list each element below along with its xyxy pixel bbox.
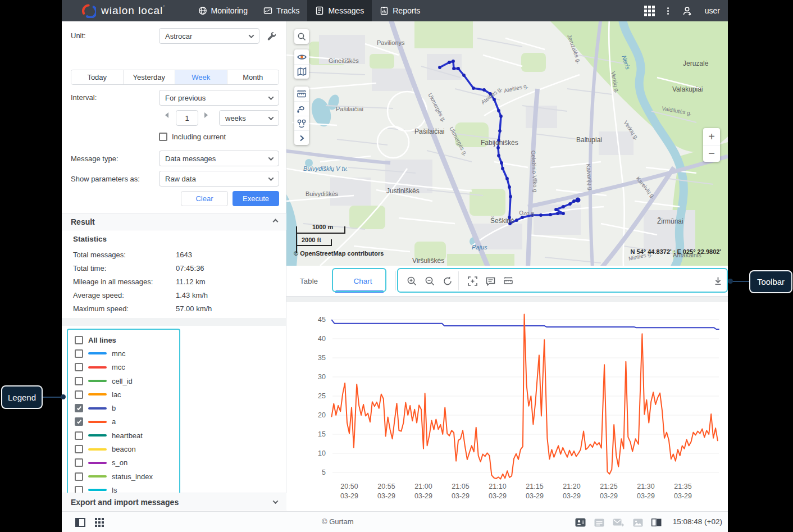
gallery-button[interactable] — [632, 516, 644, 529]
tab-yesterday[interactable]: Yesterday — [124, 70, 176, 84]
kebab-menu-icon[interactable] — [667, 6, 669, 16]
map-pane[interactable]: PavilionysGineitiškėsJeruzalėJeruzalės g… — [286, 21, 728, 266]
legend-item-label: s_on — [112, 458, 127, 467]
including-current-checkbox[interactable] — [159, 133, 167, 141]
clear-button[interactable]: Clear — [181, 191, 228, 206]
stat-row: Average speed:1.43 km/h — [73, 291, 275, 299]
track-point — [508, 185, 511, 189]
legend-item-label: cell_id — [112, 377, 133, 385]
message-type-select[interactable]: Data messages — [159, 151, 279, 166]
tab-today[interactable]: Today — [71, 70, 124, 84]
ruler-icon — [296, 88, 307, 99]
interval-mode-select[interactable]: For previous — [159, 90, 279, 106]
search-icon — [297, 32, 307, 42]
legend-checkbox[interactable] — [75, 336, 83, 344]
show-params-value: Raw data — [165, 175, 196, 183]
legend-checkbox[interactable] — [75, 377, 83, 385]
legend-checkbox[interactable] — [75, 445, 83, 453]
result-label: Result — [71, 217, 95, 226]
toolbar-annotation: Toolbar — [749, 270, 792, 293]
map-place-label: Fabijoniškės — [481, 139, 518, 147]
toolbar-annotation-line — [730, 281, 749, 282]
tab-month[interactable]: Month — [227, 70, 279, 84]
apps-footer-button[interactable] — [93, 516, 106, 529]
result-section-header[interactable]: Result — [62, 213, 286, 230]
decrement-arrow[interactable] — [165, 112, 168, 118]
nav-messages[interactable]: Messages — [307, 0, 372, 21]
legend-checkbox[interactable] — [75, 404, 83, 412]
zoom-out-button[interactable]: − — [703, 145, 720, 162]
apps-grid-icon[interactable] — [644, 6, 655, 16]
chart-zoom-in-button[interactable] — [404, 274, 419, 288]
map-route-button[interactable] — [294, 101, 309, 116]
execute-button[interactable]: Execute — [233, 191, 279, 206]
chart-reset-button[interactable] — [440, 274, 455, 288]
legend-checkbox[interactable] — [75, 458, 83, 467]
chart-zoom-out-button[interactable] — [422, 274, 437, 288]
legend-item-label: lac — [112, 390, 121, 399]
chart-canvas[interactable]: 5101520253035404520:5003-2920:5503-2921:… — [286, 297, 728, 511]
unit-select[interactable]: Astrocar — [159, 28, 259, 44]
chart-export-button[interactable] — [710, 274, 725, 288]
nav-label: Monitoring — [211, 6, 248, 15]
map-search-button[interactable] — [294, 29, 309, 44]
legend-item: b — [75, 401, 179, 415]
tab-week[interactable]: Week — [175, 70, 227, 84]
legend-checkbox[interactable] — [75, 349, 83, 358]
notes-button[interactable] — [593, 516, 605, 529]
message-type-label: Message type: — [71, 154, 119, 163]
legend-annotation: Legend — [1, 385, 43, 409]
track-point — [568, 202, 572, 206]
map-search-group — [294, 29, 309, 44]
columns-button[interactable] — [650, 516, 663, 529]
zoom-in-button[interactable]: + — [703, 128, 720, 145]
map-attribution: © OpenStreetMap contributors — [294, 250, 384, 257]
map-place-label: Justiniškės — [386, 187, 420, 195]
legend-item-label: beacon — [112, 445, 136, 453]
username-label: user — [705, 6, 720, 15]
chart-fit-button[interactable] — [465, 274, 480, 288]
track-point — [509, 195, 512, 198]
wrench-icon[interactable] — [266, 31, 276, 41]
image-icon — [633, 519, 643, 527]
nav-monitoring[interactable]: Monitoring — [190, 0, 256, 21]
legend-color-swatch — [88, 475, 107, 478]
map-canvas[interactable]: PavilionysGineitiškėsJeruzalėJeruzalės g… — [286, 21, 728, 266]
series-b — [331, 320, 719, 329]
mail-button[interactable] — [612, 516, 625, 529]
chart-tab-highlight — [332, 268, 386, 292]
map-geofences-button[interactable] — [294, 116, 309, 130]
legend-color-swatch — [88, 380, 107, 382]
interval-unit-select[interactable]: weeks — [219, 110, 279, 126]
chart-messages-button[interactable] — [483, 274, 498, 288]
user-icon[interactable] — [682, 6, 692, 16]
layout-toggle-button[interactable] — [74, 516, 86, 529]
tab-table[interactable]: Table — [292, 266, 326, 296]
nav-tracks[interactable]: Tracks — [256, 0, 307, 21]
map-expand-button[interactable] — [294, 130, 309, 145]
legend-checkbox[interactable] — [75, 363, 83, 371]
app-logo[interactable]: wialon localʾ — [82, 4, 166, 18]
map-place-label: Šeškinė — [490, 216, 514, 225]
chart-measure-button[interactable] — [501, 274, 516, 288]
legend-checkbox[interactable] — [75, 417, 83, 426]
legend-checkbox[interactable] — [75, 431, 83, 440]
map-ruler-button[interactable] — [294, 87, 309, 101]
legend-checkbox[interactable] — [75, 390, 83, 399]
map-place-label: Viršuliškės — [412, 257, 444, 265]
map-layers-button[interactable] — [294, 64, 309, 79]
show-params-select[interactable]: Raw data — [159, 171, 279, 187]
map-zoom-control: + − — [703, 128, 720, 162]
export-import-header[interactable]: Export and import messages — [62, 493, 286, 511]
legend-annotation-label: Legend — [8, 393, 36, 402]
nav-reports[interactable]: Reports — [372, 0, 428, 21]
track-point — [539, 213, 543, 217]
legend-checkbox[interactable] — [75, 472, 83, 481]
map-visibility-button[interactable] — [294, 49, 309, 64]
track-point — [562, 212, 565, 215]
map-coordinates: N 54° 44.8372' : E 025° 22.9802' — [631, 248, 721, 255]
increment-arrow[interactable] — [204, 112, 208, 118]
x-tick-label: 20:5503-29 — [377, 483, 395, 500]
interval-count-input[interactable]: 1 — [176, 110, 198, 126]
contacts-button[interactable] — [574, 516, 586, 529]
